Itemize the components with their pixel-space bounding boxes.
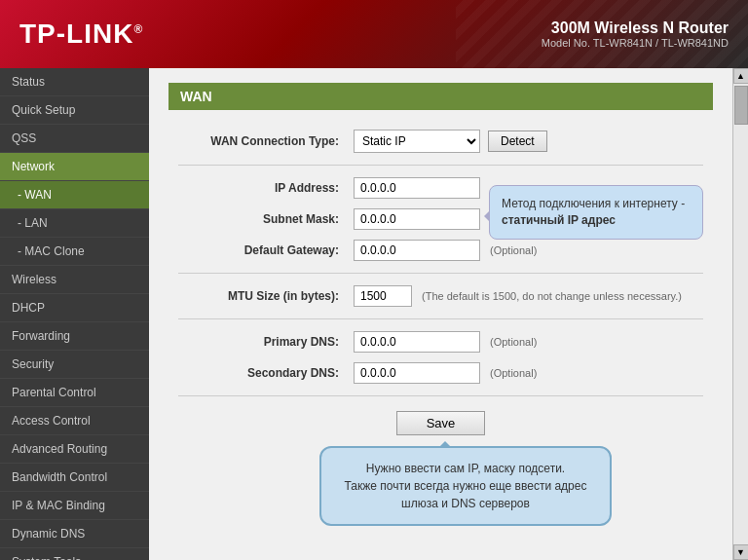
wan-connection-type-label: WAN Connection Type: (178, 134, 354, 148)
save-row: Save (168, 411, 713, 435)
secondary-dns-hint: (Optional) (490, 367, 537, 379)
sidebar-item-dhcp[interactable]: DHCP (0, 294, 149, 322)
scrollbar[interactable]: ▲ ▼ (732, 68, 748, 560)
scroll-thumb[interactable] (734, 86, 748, 125)
divider-4 (178, 395, 703, 396)
sidebar-item-advanced-routing[interactable]: Advanced Routing (0, 435, 149, 464)
divider-1 (178, 165, 703, 166)
sidebar-item-mac-clone[interactable]: - MAC Clone (0, 238, 149, 266)
default-gateway-label: Default Gateway: (178, 243, 354, 257)
primary-dns-input[interactable] (354, 331, 480, 353)
scroll-down-arrow[interactable]: ▼ (733, 544, 749, 560)
logo: TP-LINK® (19, 19, 143, 50)
content-area: WAN WAN Connection Type: Static IP Detec… (149, 68, 732, 560)
tooltip-top-line2: статичный IP адрес (502, 213, 616, 227)
page-title: WAN (168, 83, 713, 110)
default-gateway-row: Default Gateway: (Optional) (168, 240, 713, 261)
save-button[interactable]: Save (396, 411, 486, 435)
content-inner: WAN WAN Connection Type: Static IP Detec… (149, 68, 732, 465)
mtu-input[interactable] (354, 285, 412, 307)
wan-connection-type-row: WAN Connection Type: Static IP Detect (168, 130, 713, 153)
sidebar-item-wireless[interactable]: Wireless (0, 266, 149, 294)
sidebar-item-qss[interactable]: QSS (0, 125, 149, 153)
sidebar-item-status[interactable]: Status (0, 68, 149, 96)
secondary-dns-label: Secondary DNS: (178, 366, 354, 380)
primary-dns-hint: (Optional) (490, 336, 537, 348)
divider-3 (178, 318, 703, 319)
header-right: 300M Wireless N Router Model No. TL-WR84… (542, 19, 729, 49)
sidebar-item-quick-setup[interactable]: Quick Setup (0, 96, 149, 125)
tooltip-bottom: Нужно ввести сам IP, маску подсети.Также… (319, 446, 612, 526)
sidebar: StatusQuick SetupQSSNetwork- WAN- LAN- M… (0, 68, 149, 560)
main-layout: StatusQuick SetupQSSNetwork- WAN- LAN- M… (0, 68, 748, 560)
subnet-mask-label: Subnet Mask: (178, 212, 354, 226)
default-gateway-input[interactable] (354, 240, 480, 261)
ip-address-label: IP Address: (178, 181, 354, 195)
sidebar-item-parental-control[interactable]: Parental Control (0, 379, 149, 407)
detect-button[interactable]: Detect (488, 131, 547, 152)
default-gateway-hint: (Optional) (490, 244, 537, 256)
mtu-label: MTU Size (in bytes): (178, 289, 354, 303)
sidebar-item-security[interactable]: Security (0, 351, 149, 379)
subnet-mask-input[interactable] (354, 208, 480, 230)
tooltip-top: Метод подключения к интернету - статичны… (489, 185, 703, 240)
sidebar-item-network[interactable]: Network (0, 153, 149, 181)
sidebar-item-system-tools[interactable]: System Tools (0, 548, 149, 560)
header: TP-LINK® 300M Wireless N Router Model No… (0, 0, 748, 68)
logo-text: TP-LINK (19, 19, 133, 49)
secondary-dns-row: Secondary DNS: (Optional) (168, 362, 713, 384)
scroll-track[interactable] (733, 84, 748, 544)
tooltip-top-line1: Метод подключения к интернету - (502, 197, 685, 210)
sidebar-item-lan[interactable]: - LAN (0, 209, 149, 238)
primary-dns-row: Primary DNS: (Optional) (168, 331, 713, 353)
mtu-row: MTU Size (in bytes): (The default is 150… (168, 285, 713, 307)
sidebar-item-ip-mac-binding[interactable]: IP & MAC Binding (0, 492, 149, 520)
wan-connection-type-select[interactable]: Static IP (354, 130, 480, 153)
scroll-up-arrow[interactable]: ▲ (733, 68, 749, 84)
sidebar-item-bandwidth-control[interactable]: Bandwidth Control (0, 464, 149, 492)
sidebar-item-forwarding[interactable]: Forwarding (0, 322, 149, 351)
mtu-hint: (The default is 1500, do not change unle… (422, 290, 682, 302)
primary-dns-label: Primary DNS: (178, 335, 354, 349)
tooltip-bottom-text: Нужно ввести сам IP, маску подсети.Также… (345, 462, 587, 510)
logo-tm: ® (133, 22, 143, 36)
ip-address-input[interactable] (354, 177, 480, 199)
sidebar-item-access-control[interactable]: Access Control (0, 407, 149, 435)
sidebar-item-dynamic-dns[interactable]: Dynamic DNS (0, 520, 149, 548)
model-sub: Model No. TL-WR841N / TL-WR841ND (542, 37, 729, 49)
model-title: 300M Wireless N Router (542, 19, 729, 37)
divider-2 (178, 273, 703, 274)
sidebar-item-wan[interactable]: - WAN (0, 181, 149, 209)
secondary-dns-input[interactable] (354, 362, 480, 384)
